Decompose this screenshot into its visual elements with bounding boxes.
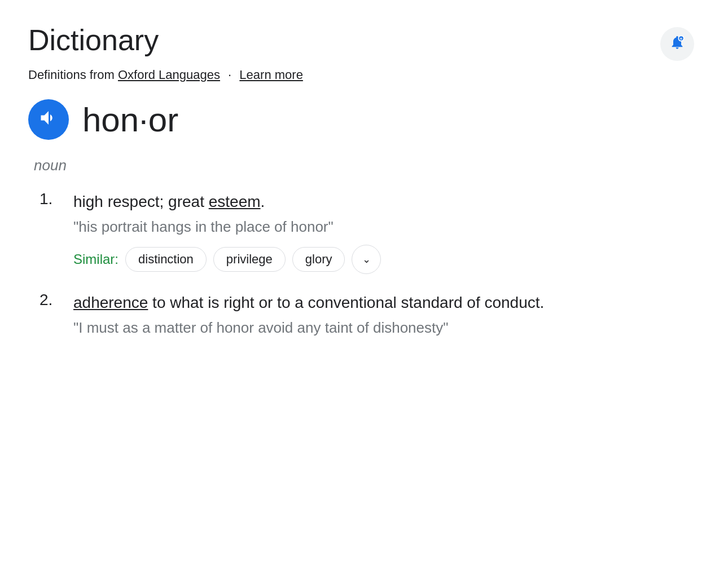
word-text: hon·or — [82, 100, 178, 139]
def-text-2: adherence to what is right or to a conve… — [73, 291, 694, 315]
similar-row-1: Similar: distinction privilege glory ⌄ — [73, 245, 694, 274]
definitions-list: 1. high respect; great esteem. "his port… — [40, 190, 694, 346]
learn-more-link[interactable]: Learn more — [239, 68, 303, 82]
oxford-link[interactable]: Oxford Languages — [118, 68, 220, 82]
source-separator: · — [228, 68, 231, 82]
def-text-1: high respect; great esteem. — [73, 190, 694, 214]
definition-item-2: 2. adherence to what is right or to a co… — [40, 291, 694, 346]
adherence-link[interactable]: adherence — [73, 294, 148, 311]
page-title: Dictionary — [28, 23, 159, 58]
similar-tag-privilege[interactable]: privilege — [213, 247, 286, 272]
esteem-link[interactable]: esteem — [209, 193, 261, 210]
word-row: hon·or — [28, 99, 694, 140]
expand-similar-button[interactable]: ⌄ — [352, 245, 381, 274]
chevron-down-icon: ⌄ — [362, 253, 371, 266]
def-content-2: adherence to what is right or to a conve… — [73, 291, 694, 346]
similar-label: Similar: — [73, 251, 119, 267]
def-example-2: "I must as a matter of honor avoid any t… — [73, 319, 694, 337]
source-line: Definitions from Oxford Languages · Lear… — [28, 68, 694, 82]
similar-tag-glory[interactable]: glory — [292, 247, 345, 272]
svg-text:+: + — [680, 37, 683, 42]
alert-button[interactable]: + — [660, 27, 694, 61]
alert-icon: + — [669, 34, 685, 54]
definition-item-1: 1. high respect; great esteem. "his port… — [40, 190, 694, 274]
audio-button[interactable] — [28, 99, 69, 140]
def-number-1: 1. — [40, 190, 62, 274]
source-prefix: Definitions from — [28, 68, 118, 82]
similar-tag-distinction[interactable]: distinction — [125, 247, 207, 272]
part-of-speech: noun — [34, 157, 694, 174]
def-example-1: "his portrait hangs in the place of hono… — [73, 218, 694, 236]
def-content-1: high respect; great esteem. "his portrai… — [73, 190, 694, 274]
def-number-2: 2. — [40, 291, 62, 346]
audio-icon — [38, 108, 59, 132]
